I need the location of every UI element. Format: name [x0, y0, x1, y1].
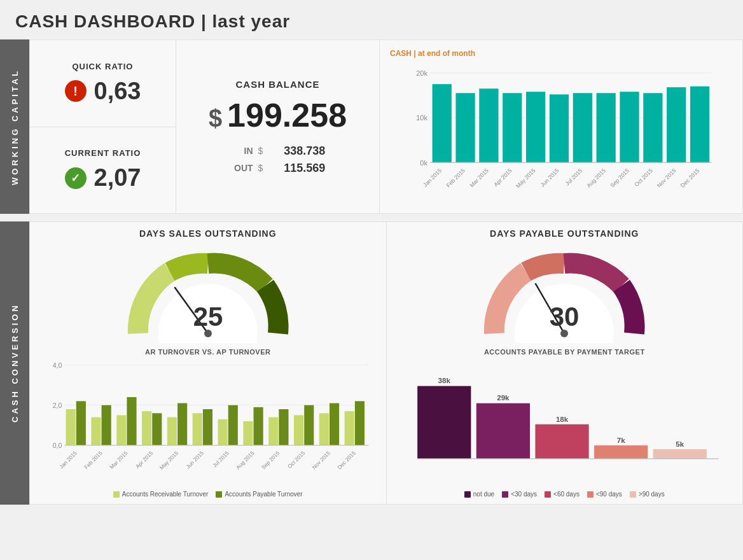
legend-item: not due	[464, 491, 494, 498]
legend-ar-label: Accounts Receivable Turnover	[122, 491, 209, 498]
cash-out-amount: 115.569	[268, 162, 325, 175]
ap-payment-legend: not due<30 days<60 days<90 days>90 days	[393, 491, 737, 498]
ratio-panel: QUICK RATIO ! 0,63 CURRENT RATIO ✓ 2,07	[30, 40, 176, 213]
cash-balance-amount: 199.258	[227, 96, 347, 134]
svg-text:20k: 20k	[416, 69, 427, 77]
svg-text:Jul 2015: Jul 2015	[564, 167, 584, 187]
svg-text:Oct 2015: Oct 2015	[633, 167, 653, 188]
quick-ratio-value-row: ! 0,63	[65, 78, 141, 105]
svg-rect-63	[254, 407, 263, 445]
svg-rect-12	[503, 93, 522, 162]
svg-rect-54	[177, 403, 187, 445]
svg-rect-42	[76, 401, 86, 445]
bottom-left: DAYS SALES OUTSTANDING	[30, 222, 387, 504]
svg-rect-66	[279, 409, 288, 445]
svg-text:5k: 5k	[676, 440, 684, 448]
working-capital-label: WORKING CAPITAL	[0, 39, 29, 214]
cash-in-amount: 338.738	[268, 144, 325, 158]
svg-text:4,0: 4,0	[53, 361, 62, 369]
cash-chart-title: CASH | at end of month	[390, 49, 732, 58]
svg-rect-88	[594, 445, 648, 459]
svg-text:Aug 2015: Aug 2015	[585, 167, 607, 189]
quick-ratio-icon: !	[65, 80, 87, 102]
svg-rect-60	[228, 405, 238, 445]
ar-ap-chart: 4,02,00,0Jan 2015Feb 2015Mar 2015Apr 201…	[36, 358, 380, 488]
cash-balance-value: $ 199.258	[209, 96, 347, 134]
svg-text:Jan 2015: Jan 2015	[422, 167, 443, 188]
svg-text:Jul 2015: Jul 2015	[211, 450, 230, 469]
cash-dollar-sign: $	[209, 105, 222, 132]
svg-rect-50	[142, 411, 151, 445]
svg-rect-16	[550, 94, 569, 162]
svg-rect-71	[319, 413, 329, 445]
svg-rect-26	[667, 87, 686, 162]
svg-text:7k: 7k	[616, 437, 625, 444]
legend-item: <90 days	[587, 491, 622, 498]
legend-label: <60 days	[553, 491, 580, 498]
svg-text:Dec 2015: Dec 2015	[336, 450, 357, 471]
svg-rect-47	[116, 415, 126, 445]
current-ratio-label: CURRENT RATIO	[65, 148, 141, 158]
svg-text:Jan 2015: Jan 2015	[58, 450, 78, 470]
legend-ap-dot	[216, 491, 222, 498]
svg-rect-28	[690, 87, 709, 163]
cash-balance-label: CASH BALANCE	[236, 79, 320, 90]
svg-text:Jun 2015: Jun 2015	[539, 167, 560, 188]
legend-label: not due	[473, 491, 494, 498]
cash-in-row: IN $ 338.738	[230, 144, 326, 158]
cash-conversion-label: CASH CONVERSION	[0, 221, 29, 505]
svg-rect-56	[193, 413, 202, 445]
cash-chart-panel: CASH | at end of month 20k10k0kJan 2015F…	[380, 40, 742, 213]
legend-label: <90 days	[596, 491, 622, 498]
cash-out-dollar: $	[258, 163, 263, 173]
svg-text:0k: 0k	[420, 159, 427, 167]
svg-text:Apr 2015: Apr 2015	[492, 167, 513, 188]
legend-ar-dot	[113, 491, 120, 498]
svg-text:30: 30	[550, 302, 580, 332]
cash-in-out: IN $ 338.738 OUT $ 115.569	[195, 144, 360, 175]
svg-rect-53	[167, 417, 177, 445]
svg-rect-72	[330, 403, 339, 445]
svg-rect-65	[268, 417, 278, 445]
ap-payment-chart: 38k29k18k7k5k	[393, 358, 737, 488]
cash-bar-chart: 20k10k0kJan 2015Feb 2015Mar 2015Apr 2015…	[390, 62, 732, 204]
svg-rect-18	[573, 93, 592, 162]
svg-text:Oct 2015: Oct 2015	[286, 450, 306, 470]
quick-ratio-value: 0,63	[94, 78, 141, 105]
current-ratio-value-row: ✓ 2,07	[65, 164, 141, 192]
top-content: QUICK RATIO ! 0,63 CURRENT RATIO ✓ 2,07 …	[29, 39, 743, 214]
quick-ratio-label: QUICK RATIO	[73, 62, 134, 71]
svg-rect-74	[345, 411, 354, 445]
legend-label: <30 days	[511, 491, 537, 498]
bottom-right: DAYS PAYABLE OUTSTANDING	[387, 222, 743, 504]
svg-rect-57	[203, 409, 212, 445]
svg-text:Dec 2015: Dec 2015	[679, 167, 701, 189]
cash-out-row: OUT $ 115.569	[230, 162, 326, 175]
svg-text:2,0: 2,0	[53, 402, 62, 409]
svg-rect-75	[355, 401, 365, 445]
svg-text:10k: 10k	[416, 114, 427, 122]
legend-ar: Accounts Receivable Turnover	[113, 491, 209, 498]
page-title: CASH DASHBOARD | last year	[0, 0, 743, 39]
svg-text:May 2015: May 2015	[515, 167, 536, 189]
legend-ap: Accounts Payable Turnover	[216, 491, 302, 498]
svg-text:Sep 2015: Sep 2015	[609, 167, 630, 189]
bottom-content: DAYS SALES OUTSTANDING	[29, 221, 743, 505]
svg-rect-10	[479, 88, 498, 162]
svg-rect-84	[476, 403, 529, 459]
legend-dot	[502, 491, 508, 498]
svg-rect-68	[294, 415, 303, 445]
svg-text:Nov 2015: Nov 2015	[656, 167, 677, 189]
svg-rect-20	[597, 93, 616, 162]
ar-ap-legend: Accounts Receivable Turnover Accounts Pa…	[36, 491, 380, 498]
svg-rect-41	[66, 409, 76, 445]
svg-text:Mar 2015: Mar 2015	[468, 167, 489, 188]
svg-rect-90	[653, 449, 706, 459]
current-ratio-box: CURRENT RATIO ✓ 2,07	[30, 127, 176, 214]
svg-text:Jun 2015: Jun 2015	[184, 450, 205, 470]
svg-text:Apr 2015: Apr 2015	[134, 450, 154, 470]
top-section: WORKING CAPITAL QUICK RATIO ! 0,63 CURRE…	[0, 39, 743, 214]
svg-rect-6	[433, 84, 452, 162]
svg-rect-24	[643, 93, 662, 162]
legend-item: <60 days	[545, 491, 580, 498]
